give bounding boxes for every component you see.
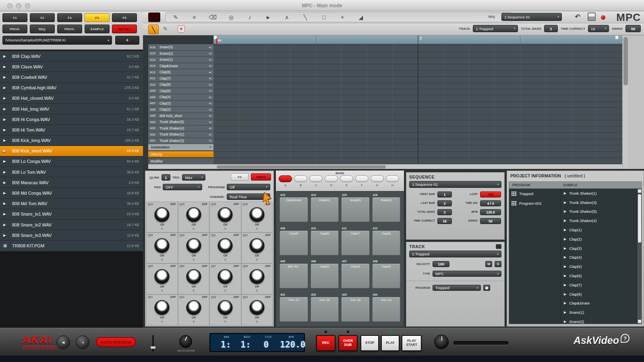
file-row[interactable]: 808 Md Conga.WAV 18.8 KB: [0, 188, 143, 198]
file-row[interactable]: 808 Maracas.WAV 2.9 KB: [0, 177, 143, 188]
drum-pad[interactable]: Snare(2): [341, 197, 370, 222]
qlink-knob[interactable]: [249, 300, 264, 315]
track-selector[interactable]: 1:Trapped ▾: [473, 25, 518, 32]
speaker-icon[interactable]: [208, 127, 212, 130]
scroll-thumb[interactable]: [623, 37, 628, 85]
qlink-knob[interactable]: [218, 207, 233, 222]
scroll-down-arrow[interactable]: [638, 320, 641, 323]
track-row[interactable]: A09 Clap(5): [148, 88, 213, 95]
automation-lane-modifier[interactable]: Modifier: [148, 158, 213, 164]
sample-item[interactable]: Clap&Snare: [561, 299, 642, 308]
speaker-icon[interactable]: [208, 121, 212, 123]
slider-thumb[interactable]: [151, 346, 155, 349]
speaker-icon[interactable]: [208, 83, 212, 86]
qlink-knob[interactable]: [155, 238, 170, 253]
folder-shortcut-button[interactable]: F4: [85, 13, 110, 22]
swing-value[interactable]: 50: [480, 218, 501, 224]
last-bar-value[interactable]: 2: [437, 200, 452, 206]
bank-button[interactable]: F: [355, 175, 369, 182]
sequence-selector[interactable]: 1:Sequence 01 ▾: [501, 13, 562, 21]
first-bar-value[interactable]: 1: [437, 191, 452, 197]
filter-button[interactable]: PROG.: [57, 25, 82, 33]
folder-shortcut-button[interactable]: F5: [112, 13, 137, 22]
qlink-knob[interactable]: [218, 238, 233, 253]
play-start-button[interactable]: PLAY START: [402, 335, 422, 351]
program-item[interactable]: Program-002: [509, 198, 560, 208]
clear-notes-icon[interactable]: [178, 25, 185, 33]
prog-button[interactable]: PROG: [251, 173, 271, 181]
overdub-button[interactable]: OVER DUB: [338, 335, 358, 351]
monitor-speaker-button[interactable]: [76, 335, 89, 349]
track-row[interactable]: A05 808 Kick_short: [148, 113, 213, 119]
scroll-thumb[interactable]: [217, 165, 386, 169]
folder-shortcut-button[interactable]: F2: [30, 13, 55, 22]
qlink-knob[interactable]: [218, 300, 233, 315]
stop-button[interactable]: STOP: [360, 335, 379, 351]
scroll-up-arrow[interactable]: [638, 189, 641, 193]
file-row[interactable]: 808 Hi Conga.WAV 18.3 KB: [0, 114, 143, 125]
pencil-tool-selected[interactable]: [148, 25, 159, 34]
file-row[interactable]: 808 Snare_lo1.WAV 23.3 KB: [0, 209, 143, 220]
track-row[interactable]: A16 Snare(3): [148, 44, 213, 51]
file-row[interactable]: TR808 KIT.PGM 12.9 KB: [0, 241, 143, 251]
note-grid[interactable]: [213, 44, 622, 164]
tool-icon[interactable]: [338, 14, 347, 21]
sample-list-scrollbar[interactable]: [637, 189, 642, 324]
sample-item[interactable]: Trunk Shaker(3): [561, 198, 642, 207]
playhead-marker[interactable]: [216, 39, 217, 44]
time-correct-selector[interactable]: 16 ▾: [588, 25, 609, 32]
qlink-knob[interactable]: [186, 238, 201, 253]
sample-item[interactable]: Clap(2): [561, 234, 642, 244]
bank-button[interactable]: G: [371, 175, 384, 182]
bank-button[interactable]: E: [340, 175, 353, 182]
mute-button[interactable]: M: [485, 261, 492, 267]
track-row[interactable]: A15 Snare(2): [148, 51, 213, 57]
track-panel-selector[interactable]: 1:Trapped ▾: [409, 251, 501, 257]
horizontal-scrollbar[interactable]: [148, 164, 622, 169]
audition-speaker-button[interactable]: [56, 335, 70, 349]
track-row[interactable]: A01 Trunk Shaker(3): [148, 138, 213, 144]
filter-button[interactable]: NO FILT: [112, 25, 137, 33]
folder-shortcut-button[interactable]: F1: [2, 13, 27, 22]
drum-pad[interactable]: Clap(2): [311, 263, 339, 288]
sample-item[interactable]: Clap(8): [561, 290, 642, 299]
sample-item[interactable]: Clap(4): [561, 253, 642, 262]
sample-item[interactable]: Clap(5): [561, 262, 642, 271]
drum-pad[interactable]: Trun..(1): [280, 297, 308, 322]
tool-icon[interactable]: [264, 14, 273, 21]
track-row[interactable]: A06 Clap(2): [148, 107, 213, 113]
sample-item[interactable]: Clap(1): [561, 225, 642, 234]
trg-selector[interactable]: Max ▾: [182, 174, 205, 181]
rec-button[interactable]: REC: [316, 335, 335, 351]
speaker-icon[interactable]: [208, 58, 212, 61]
file-row[interactable]: 808 Snare_lo2.WAV 19.7 KB: [0, 220, 143, 230]
bpm-value[interactable]: 120.0: [480, 209, 501, 215]
time-correct-value[interactable]: 16: [437, 218, 452, 224]
automation-lane-velocity[interactable]: Velocity: [148, 151, 213, 157]
sample-item[interactable]: Trunk Shaker(5): [561, 207, 642, 216]
file-row[interactable]: 808 Clave.WAV 3.3 KB: [0, 62, 143, 72]
qlink-knob[interactable]: [249, 207, 264, 222]
drum-pad[interactable]: Clap(8): [372, 230, 401, 255]
filter-button[interactable]: SEQ.: [30, 25, 55, 33]
time-sig-value[interactable]: 4 / 4: [480, 200, 501, 206]
program-item[interactable]: Trapped: [509, 189, 560, 198]
speaker-icon[interactable]: [208, 133, 212, 136]
qlink-knob[interactable]: [155, 269, 170, 284]
track-row[interactable]: A13 Clap&Snare: [148, 63, 213, 70]
panel-layout-icon[interactable]: [588, 12, 596, 21]
qlink-knob[interactable]: [218, 269, 233, 284]
speaker-icon[interactable]: [208, 52, 212, 55]
track-row[interactable]: A03 Trunk Shaker(4): [148, 125, 213, 132]
qlink-number[interactable]: 1: [162, 174, 170, 181]
qlink-program-selector[interactable]: Off ▾: [227, 184, 270, 190]
program-edit-button[interactable]: ▦: [483, 285, 490, 291]
drum-pad[interactable]: Clap&Snare: [280, 197, 308, 222]
speaker-icon[interactable]: [208, 64, 212, 67]
file-row[interactable]: 808 Kick_short.WAV 23.3 KB: [0, 146, 143, 156]
drum-pad[interactable]: Clap(7): [341, 230, 370, 255]
drum-pad[interactable]: Trun..(4): [372, 297, 401, 322]
speaker-icon[interactable]: [208, 77, 212, 80]
sample-item[interactable]: Clap(3): [561, 244, 642, 253]
speaker-icon[interactable]: [208, 46, 212, 49]
